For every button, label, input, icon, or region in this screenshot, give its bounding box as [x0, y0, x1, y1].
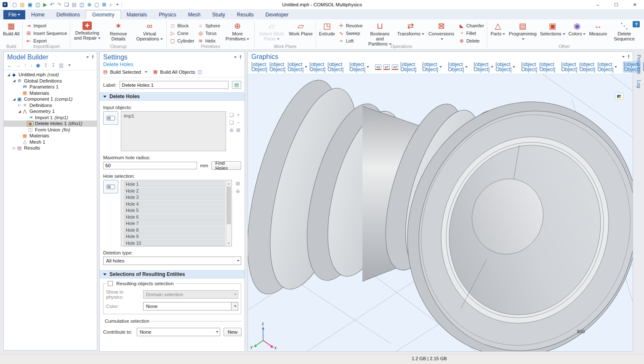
- hole-list-item[interactable]: Hole 3: [124, 194, 225, 200]
- panel-menu-caret[interactable]: [86, 56, 89, 58]
- hole-list-scrollbar[interactable]: ▲ ▼: [226, 181, 231, 246]
- move-up-icon[interactable]: ↑: [24, 63, 27, 68]
- paste-selection-icon[interactable]: ❏: [229, 120, 234, 126]
- save-icon[interactable]: ▣: [28, 2, 32, 7]
- deselect-icon[interactable]: [object Object]: [539, 62, 555, 72]
- tree-item-results[interactable]: ▷ ▤ Results: [4, 145, 97, 151]
- build-all-objects-button[interactable]: Build All Objects: [160, 70, 195, 75]
- 3d-model[interactable]: [248, 74, 633, 351]
- delete-icon[interactable]: ⊗: [87, 2, 91, 7]
- find-holes-button[interactable]: Find Holes: [211, 161, 241, 170]
- panel-menu-caret[interactable]: [234, 56, 237, 58]
- collapse-all-icon[interactable]: ↥: [43, 63, 48, 68]
- deactivate-selection-icon[interactable]: ⊠: [234, 181, 241, 187]
- sweep-button[interactable]: ∿ Sweep: [337, 29, 364, 37]
- save-report-icon[interactable]: ◫: [35, 2, 40, 7]
- show-in-physics-select[interactable]: Domain selection: [143, 290, 238, 299]
- move-down-icon[interactable]: ↓: [30, 63, 32, 68]
- tree-item-materials-component[interactable]: ▦ Materials: [4, 133, 97, 139]
- maximize-button[interactable]: ☐: [607, 0, 625, 9]
- view-yz-icon[interactable]: yz: [383, 64, 390, 70]
- tab-mesh[interactable]: Mesh: [182, 11, 206, 19]
- import-button[interactable]: ⇥ Import: [24, 22, 68, 29]
- tab-log[interactable]: Log: [636, 80, 641, 88]
- quick-access-caret[interactable]: [116, 4, 119, 5]
- tree-item-delete-holes[interactable]: ◉ Delete Holes 1 (dho1): [4, 120, 97, 127]
- pin-icon[interactable]: [239, 55, 242, 59]
- show-icon[interactable]: ◉: [36, 63, 40, 68]
- select-work-plane-button[interactable]: ▱ Select Work Plane: [256, 21, 287, 42]
- color-theme-icon[interactable]: [object Object]: [474, 62, 493, 72]
- booleans-partitions-button[interactable]: ⊔ Booleans and Partitions: [365, 21, 395, 47]
- scroll-up-icon[interactable]: ▲: [226, 181, 231, 186]
- zoom-out-icon[interactable]: [object Object]: [269, 62, 285, 72]
- zoom-box-icon[interactable]: [object Object]: [287, 62, 307, 72]
- tree-item-geometry[interactable]: ◢ ⋀ Geometry 1: [4, 108, 97, 115]
- fillet-button[interactable]: ◔ Fillet: [458, 29, 485, 37]
- build-selected-caret[interactable]: [145, 71, 147, 73]
- transforms-button[interactable]: ⇄ Transforms: [396, 21, 425, 37]
- section-selections-resulting-entities[interactable]: Selections of Resulting Entities: [100, 270, 245, 278]
- zoom-to-selection-icon[interactable]: ⊕: [234, 188, 241, 194]
- tab-home[interactable]: Home: [25, 11, 51, 19]
- view-xy-icon[interactable]: xy: [375, 64, 381, 70]
- copy-selection-icon[interactable]: ❏: [229, 112, 234, 119]
- insert-sequence-button[interactable]: ⊞ Insert Sequence: [24, 29, 68, 37]
- hole-list-item[interactable]: Hole 6: [124, 214, 225, 220]
- sphere-button[interactable]: ○ Sphere: [197, 22, 221, 29]
- tree-item-import[interactable]: ⇥ Import 1 (imp1): [4, 115, 97, 121]
- graphics-viewport[interactable]: 500 0 z y x: [248, 74, 633, 351]
- hole-list-item[interactable]: Hole 9: [124, 233, 225, 239]
- tree-item-mesh[interactable]: △ Mesh 1: [4, 139, 97, 145]
- scrollbar-thumb[interactable]: [227, 187, 231, 224]
- tab-materials[interactable]: Materials: [121, 11, 153, 19]
- find-icon[interactable]: ⌕: [109, 2, 112, 7]
- build-selected-button[interactable]: Build Selected: [110, 70, 141, 75]
- extrude-button[interactable]: ◳ Extrude: [318, 21, 336, 37]
- tree-item-parameters[interactable]: Pi Parameters 1: [4, 84, 97, 90]
- revolve-button[interactable]: ✛ Revolve: [337, 22, 364, 29]
- zoom-extents-icon[interactable]: [object Object]: [309, 62, 325, 72]
- transparency-icon[interactable]: [object Object]: [561, 62, 577, 72]
- selections-button[interactable]: ▣ Selections: [539, 21, 567, 37]
- columns-icon[interactable]: ▥: [59, 63, 64, 68]
- new-icon[interactable]: ▢: [12, 2, 17, 7]
- back-icon[interactable]: ←: [7, 63, 12, 68]
- material-rendering-icon[interactable]: [object Object]: [495, 62, 515, 72]
- zoom-in-icon[interactable]: [object Object]: [251, 62, 267, 72]
- toolbar-caret[interactable]: [68, 64, 71, 66]
- build-all-button[interactable]: ▦ Build All: [2, 21, 21, 37]
- hole-list-item[interactable]: Hole 7: [124, 220, 225, 226]
- color-select[interactable]: None: [143, 302, 238, 310]
- colors-button[interactable]: ◉ Colors: [567, 21, 587, 37]
- deletion-type-select[interactable]: All holes: [103, 257, 241, 265]
- expand-all-icon[interactable]: ↧: [51, 63, 56, 68]
- contribute-to-select[interactable]: None: [137, 328, 220, 336]
- clip-plane-icon[interactable]: [object Object]: [579, 62, 595, 72]
- programming-button[interactable]: ▤ Programming: [508, 21, 538, 42]
- undo-icon[interactable]: ↶: [50, 2, 54, 7]
- cylinder-button[interactable]: ▢ Cylinder: [168, 37, 195, 44]
- 3d-model-view[interactable]: 500 0 z y x: [248, 74, 633, 351]
- copy-icon[interactable]: ❏: [64, 2, 69, 7]
- open-icon[interactable]: ▨: [20, 2, 24, 7]
- zoom-to-selection-icon[interactable]: [object Object]: [327, 62, 343, 72]
- parts-button[interactable]: △ Parts: [489, 21, 507, 37]
- tree-item-global-definitions[interactable]: ◢ ⊛ Global Definitions: [4, 78, 97, 84]
- label-input[interactable]: [120, 81, 229, 89]
- tab-geometry[interactable]: Geometry: [86, 10, 121, 19]
- tree-item-definitions[interactable]: ▷ ≡ Definitions: [4, 102, 97, 109]
- resulting-objects-checkbox[interactable]: [108, 281, 113, 286]
- app-icon[interactable]: [3, 2, 8, 7]
- chamfer-button[interactable]: ◣ Chamfer: [458, 22, 485, 29]
- tab-developer[interactable]: Developer: [260, 11, 295, 19]
- input-objects-list[interactable]: imp1: [121, 111, 226, 151]
- more-primitives-button[interactable]: ⊕ More Primitives: [222, 21, 253, 42]
- go-to-view-icon[interactable]: [object Object]: [349, 62, 369, 72]
- minimize-button[interactable]: –: [588, 0, 607, 9]
- defeaturing-repair-button[interactable]: ✚ Defeaturing and Repair: [72, 21, 102, 41]
- select-entities-icon[interactable]: [object Object]: [521, 62, 537, 72]
- image-snapshot-button[interactable]: [615, 93, 623, 100]
- virtual-operations-button[interactable]: ∞ Virtual Operations: [134, 21, 165, 42]
- build-all-icon[interactable]: ◫: [197, 69, 202, 75]
